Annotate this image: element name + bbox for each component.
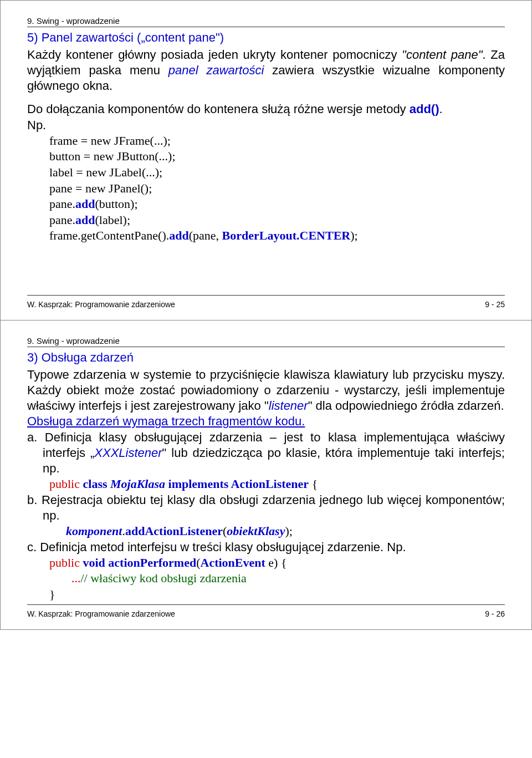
paragraph: Każdy kontener główny posiada jeden ukry… xyxy=(27,47,505,94)
slide-page-1: 9. Swing - wprowadzenie 5) Panel zawarto… xyxy=(0,0,532,321)
code-text: pane. xyxy=(49,213,75,227)
text-method: add() xyxy=(410,102,439,116)
text: Do dołączania komponentów do kontenera s… xyxy=(27,102,410,116)
code-text: (pane, xyxy=(189,228,222,242)
paragraph: Typowe zdarzenia w systemie to przyciśni… xyxy=(27,367,505,414)
header-rule xyxy=(27,27,505,27)
code-comment: // właściwy kod obsługi zdarzenia xyxy=(81,571,247,585)
code-line: pane = new JPanel(); xyxy=(49,181,505,197)
code-line: komponent.addActionListener(obiektKlasy)… xyxy=(66,523,505,540)
code-keyword: class xyxy=(83,477,111,491)
text: b. Rejestracja obiektu tej klasy dla obs… xyxy=(27,493,505,522)
paragraph-link: Obsługa zdarzeń wymaga trzech fragmentów… xyxy=(27,414,505,429)
code-text: { xyxy=(309,477,318,491)
code-keyword: implements xyxy=(165,477,231,491)
footer-left: W. Kasprzak: Programowanie zdarzeniowe xyxy=(27,609,175,618)
text-italic: "content pane" xyxy=(402,48,482,62)
code-line: frame = new JFrame(...); xyxy=(49,133,505,149)
code-class: ActionEvent xyxy=(201,556,265,569)
code-line: pane.add(button); xyxy=(49,196,505,212)
spacer xyxy=(27,244,505,294)
code-text: (button); xyxy=(95,197,138,211)
text: . xyxy=(439,102,443,116)
code-method: add xyxy=(169,228,188,242)
footer-right: 9 - 26 xyxy=(485,609,505,618)
code-text: ... xyxy=(71,571,81,585)
code-line: button = new JButton(...); xyxy=(49,149,505,165)
code-method: add xyxy=(75,197,95,211)
link-text[interactable]: Obsługa zdarzeń wymaga trzech fragmentów… xyxy=(27,414,305,428)
section-title: 3) Obsługa zdarzeń xyxy=(27,350,505,365)
page-footer: W. Kasprzak: Programowanie zdarzeniowe 9… xyxy=(27,609,505,618)
text: c. Definicja metod interfejsu w treści k… xyxy=(27,540,406,554)
code-line: ...// właściwy kod obsługi zdarzenia xyxy=(71,571,505,587)
footer-rule xyxy=(27,604,505,605)
footer-right: 9 - 25 xyxy=(485,300,505,309)
header-rule xyxy=(27,347,505,347)
code-text: ); xyxy=(285,524,292,538)
code-text: e) { xyxy=(265,556,287,569)
text-term: panel zawartości xyxy=(168,63,264,77)
code-text: pane. xyxy=(49,197,75,211)
code-text: } xyxy=(49,587,55,601)
text: " dla odpowiedniego źródła zdarzeń. xyxy=(308,399,504,413)
text: Każdy kontener główny posiada jeden ukry… xyxy=(27,48,402,62)
code-var: komponent xyxy=(66,524,122,538)
text-np: Np. xyxy=(27,118,505,133)
code-keyword: public xyxy=(49,556,83,569)
code-line: } xyxy=(49,587,505,603)
code-text: frame.getContentPane(). xyxy=(49,228,169,242)
code-line: public class MojaKlasa implements Action… xyxy=(49,476,505,492)
slide-page-2: 9. Swing - wprowadzenie 3) Obsługa zdarz… xyxy=(0,321,532,630)
code-method: add xyxy=(75,213,95,227)
code-method: actionPerformed xyxy=(108,556,196,569)
page-header: 9. Swing - wprowadzenie xyxy=(27,16,505,26)
code-text: (label); xyxy=(95,213,131,227)
footer-rule xyxy=(27,295,505,296)
code-line: label = new JLabel(...); xyxy=(49,165,505,181)
code-method: addActionListener xyxy=(125,524,223,538)
code-text: ( xyxy=(196,556,200,569)
page-footer: W. Kasprzak: Programowanie zdarzeniowe 9… xyxy=(27,300,505,309)
code-keyword: void xyxy=(83,556,109,569)
code-class: MojaKlasa xyxy=(110,477,165,491)
list-item-b: b. Rejestracja obiektu tej klasy dla obs… xyxy=(27,492,505,523)
code-class: ActionListener xyxy=(231,477,309,491)
footer-left: W. Kasprzak: Programowanie zdarzeniowe xyxy=(27,300,175,309)
code-line: public void actionPerformed(ActionEvent … xyxy=(49,555,505,571)
text-term: listener xyxy=(269,399,308,413)
list-item-a: a. Definicja klasy obsługującej zdarzeni… xyxy=(27,430,505,476)
code-text: ); xyxy=(350,228,357,242)
list-item-c: c. Definicja metod interfejsu w treści k… xyxy=(27,540,505,555)
code-var: obiektKlasy xyxy=(227,524,285,538)
code-keyword: public xyxy=(49,477,83,491)
code-const: BorderLayout.CENTER xyxy=(222,228,351,242)
page-header: 9. Swing - wprowadzenie xyxy=(27,336,505,345)
section-title: 5) Panel zawartości („content pane") xyxy=(27,30,505,45)
paragraph: Do dołączania komponentów do kontenera s… xyxy=(27,101,505,117)
text-term: XXXListener xyxy=(94,446,162,460)
code-line: frame.getContentPane().add(pane, BorderL… xyxy=(49,228,505,244)
code-line: pane.add(label); xyxy=(49,212,505,228)
code-block: frame = new JFrame(...); button = new JB… xyxy=(49,133,505,244)
